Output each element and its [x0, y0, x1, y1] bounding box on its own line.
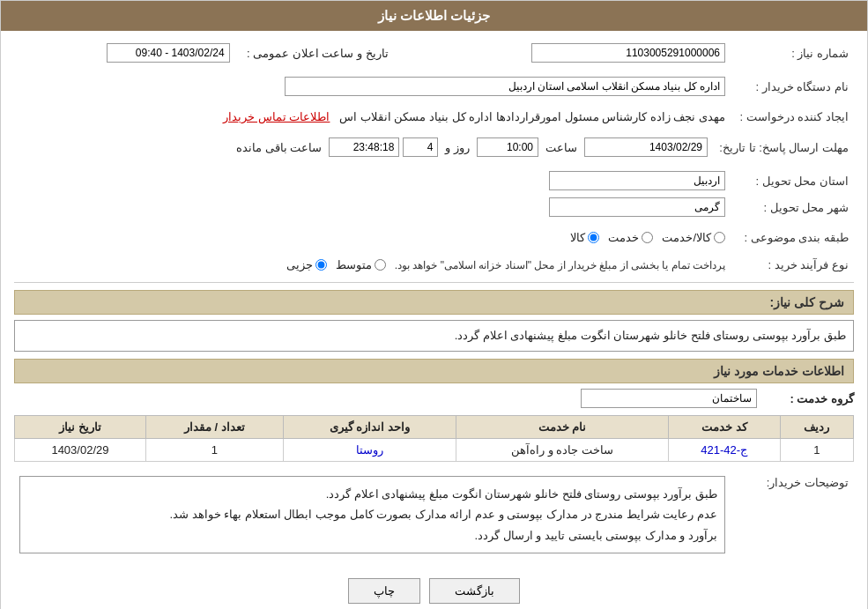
announce-value: [14, 40, 235, 66]
service-table: ردیف کد خدمت نام خدمت واحد اندازه گیری ت…: [14, 415, 854, 462]
info-table-org: نام دستگاه خریدار :: [14, 73, 854, 100]
service-group-label: گروه خدمت :: [766, 392, 854, 405]
info-table-notes: توضیحات خریدار: طبق برآورد بپوستی روستای…: [14, 469, 854, 561]
radio-jozei[interactable]: جزیی: [286, 258, 327, 271]
buyer-notes-box: طبق برآورد بپوستی روستای فلتح خانلو شهرس…: [19, 476, 725, 553]
radio-motavasset-label: متوسط: [336, 258, 372, 271]
td-service-code: ج-42-421: [668, 439, 780, 462]
province-value: [14, 167, 731, 194]
td-row-num: 1: [780, 439, 853, 462]
buyer-notes-label: توضیحات خریدار:: [731, 469, 854, 561]
purchase-type-label: نوع فرآیند خرید :: [731, 255, 854, 275]
service-group-input[interactable]: [581, 389, 757, 408]
need-description-section-label: شرح کلی نیاز:: [770, 295, 844, 309]
bottom-buttons: بازگشت چاپ: [14, 568, 854, 609]
th-need-date: تاریخ نیاز: [15, 416, 146, 439]
requester-text: مهدی نجف زاده کارشناس مسئول امورقرارداده…: [339, 110, 725, 123]
radio-khedmat[interactable]: خدمت: [608, 231, 653, 244]
need-number-input[interactable]: [531, 43, 725, 63]
info-table-deadline: مهلت ارسال پاسخ: تا تاریخ: ساعت روز و سا…: [14, 134, 854, 160]
radio-kala-input[interactable]: [588, 232, 599, 243]
radio-kala-khedmat[interactable]: کالا/خدمت: [662, 231, 725, 244]
info-table-category: طبقه بندی موضوعی : کالا/خدمت خدمت: [14, 227, 854, 248]
response-time-row: ساعت روز و ساعت باقی مانده: [19, 137, 708, 157]
td-service-name: ساخت جاده و راه‌آهن: [456, 439, 668, 462]
info-table-purchase-type: نوع فرآیند خرید : پرداخت تمام یا بخشی از…: [14, 255, 854, 275]
td-quantity: 1: [145, 439, 283, 462]
buyer-org-label: نام دستگاه خریدار :: [731, 73, 854, 100]
remaining-time-label: ساعت باقی مانده: [236, 141, 322, 154]
radio-kala-label: کالا: [570, 231, 585, 244]
announce-datetime-input[interactable]: [107, 43, 230, 63]
need-description-header: شرح کلی نیاز:: [14, 290, 854, 315]
need-number-label: شماره نیاز :: [731, 40, 854, 66]
td-need-date: 1403/02/29: [15, 439, 146, 462]
contact-link[interactable]: اطلاعات تماس خریدار: [223, 110, 330, 123]
requester-label: ایجاد کننده درخواست :: [731, 107, 854, 127]
back-button[interactable]: بازگشت: [429, 578, 520, 604]
response-deadline-row: ساعت روز و ساعت باقی مانده: [14, 134, 713, 160]
th-service-code: کد خدمت: [668, 416, 780, 439]
divider-1: [14, 282, 854, 283]
info-table-top: شماره نیاز : تاریخ و ساعت اعلان عمومی :: [14, 40, 854, 66]
radio-motavasset[interactable]: متوسط: [336, 258, 386, 271]
response-time-label: ساعت: [545, 141, 577, 154]
print-button[interactable]: چاپ: [348, 578, 420, 604]
response-time-input[interactable]: [477, 137, 538, 157]
info-table-requester: ایجاد کننده درخواست : مهدی نجف زاده کارش…: [14, 107, 854, 127]
td-unit: روستا: [283, 439, 456, 462]
remaining-time-input[interactable]: [329, 137, 399, 157]
radio-kala-khedmat-label: کالا/خدمت: [662, 231, 711, 244]
service-group-row: گروه خدمت :: [14, 389, 854, 408]
radio-kala[interactable]: کالا: [570, 231, 599, 244]
city-input[interactable]: [549, 197, 725, 217]
category-radios: کالا/خدمت خدمت کالا: [14, 227, 731, 248]
need-description-text: طبق برآورد بپوستی روستای فلتح خانلو شهرس…: [455, 329, 846, 342]
need-description-box: طبق برآورد بپوستی روستای فلتح خانلو شهرس…: [14, 320, 854, 352]
response-day-label: روز و: [445, 141, 470, 154]
th-quantity: تعداد / مقدار: [145, 416, 283, 439]
category-radio-group: کالا/خدمت خدمت کالا: [19, 231, 725, 244]
province-input[interactable]: [549, 171, 725, 190]
purchase-type-value: پرداخت تمام یا بخشی از مبلغ خریدار از مح…: [14, 255, 731, 275]
page-wrapper: جزئیات اطلاعات نیاز شماره نیاز : تاریخ و…: [0, 0, 868, 609]
th-row-num: ردیف: [780, 416, 853, 439]
table-row: 1 ج-42-421 ساخت جاده و راه‌آهن روستا 1 1…: [15, 439, 854, 462]
radio-jozei-input[interactable]: [315, 259, 327, 271]
announce-label: تاریخ و ساعت اعلان عمومی :: [235, 40, 394, 66]
content-area: شماره نیاز : تاریخ و ساعت اعلان عمومی : …: [1, 31, 867, 609]
city-value: [14, 194, 731, 220]
services-section-header: اطلاعات خدمات مورد نیاز: [14, 359, 854, 383]
requester-value: مهدی نجف زاده کارشناس مسئول امورقرارداده…: [14, 107, 731, 127]
radio-jozei-label: جزیی: [286, 258, 313, 271]
page-title: جزئیات اطلاعات نیاز: [378, 8, 490, 23]
th-service-name: نام خدمت: [456, 416, 668, 439]
city-label: شهر محل تحویل :: [731, 194, 854, 220]
category-label: طبقه بندی موضوعی :: [731, 227, 854, 248]
need-number-value: [394, 40, 731, 66]
radio-kala-khedmat-input[interactable]: [714, 232, 725, 243]
response-day-input[interactable]: [403, 137, 438, 157]
page-header: جزئیات اطلاعات نیاز: [1, 1, 867, 31]
purchase-type-note: پرداخت تمام یا بخشی از مبلغ خریدار از مح…: [395, 259, 725, 271]
buyer-notes-value: طبق برآورد بپوستی روستای فلتح خانلو شهرس…: [14, 469, 731, 561]
buyer-org-value: [14, 73, 731, 100]
radio-motavasset-input[interactable]: [375, 259, 386, 271]
response-date-input[interactable]: [584, 137, 708, 157]
province-label: استان محل تحویل :: [731, 167, 854, 194]
radio-khedmat-label: خدمت: [608, 231, 639, 244]
buyer-org-input[interactable]: [285, 77, 725, 96]
purchase-type-radio-group: پرداخت تمام یا بخشی از مبلغ خریدار از مح…: [19, 258, 725, 271]
th-unit: واحد اندازه گیری: [283, 416, 456, 439]
radio-khedmat-input[interactable]: [642, 232, 653, 243]
info-table-province: استان محل تحویل : شهر محل تحویل :: [14, 167, 854, 220]
response-deadline-label: مهلت ارسال پاسخ: تا تاریخ:: [713, 134, 854, 160]
services-section-label: اطلاعات خدمات مورد نیاز: [714, 364, 844, 378]
